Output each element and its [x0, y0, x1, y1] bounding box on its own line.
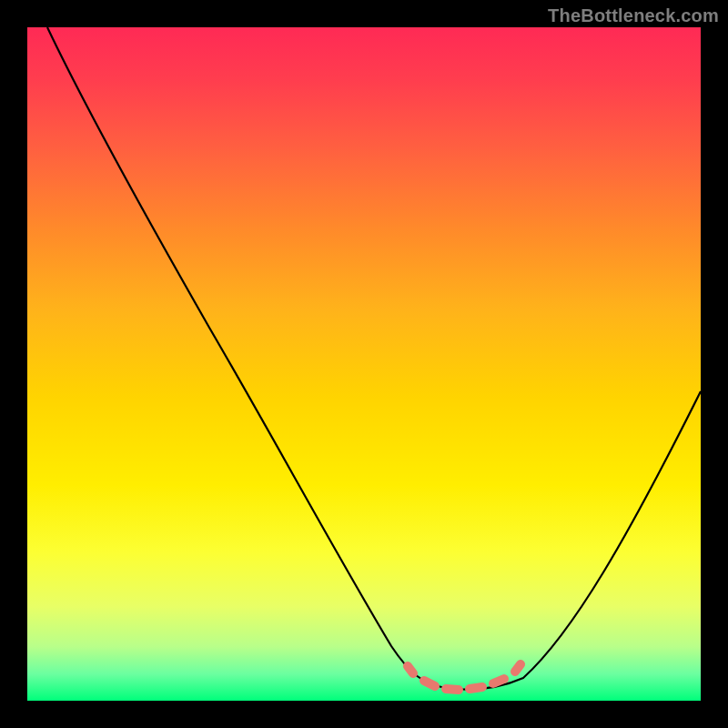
svg-line-5 — [515, 664, 521, 672]
svg-line-2 — [446, 689, 459, 690]
optimal-range-marker — [408, 664, 521, 690]
chart-container: TheBottleneck.com — [0, 0, 728, 728]
curve-layer — [27, 27, 701, 701]
svg-line-0 — [408, 666, 413, 673]
svg-line-3 — [470, 687, 482, 689]
watermark-text: TheBottleneck.com — [548, 5, 719, 26]
svg-line-1 — [424, 681, 435, 686]
bottleneck-curve — [47, 27, 701, 690]
plot-area — [27, 27, 701, 701]
svg-line-4 — [493, 679, 504, 683]
